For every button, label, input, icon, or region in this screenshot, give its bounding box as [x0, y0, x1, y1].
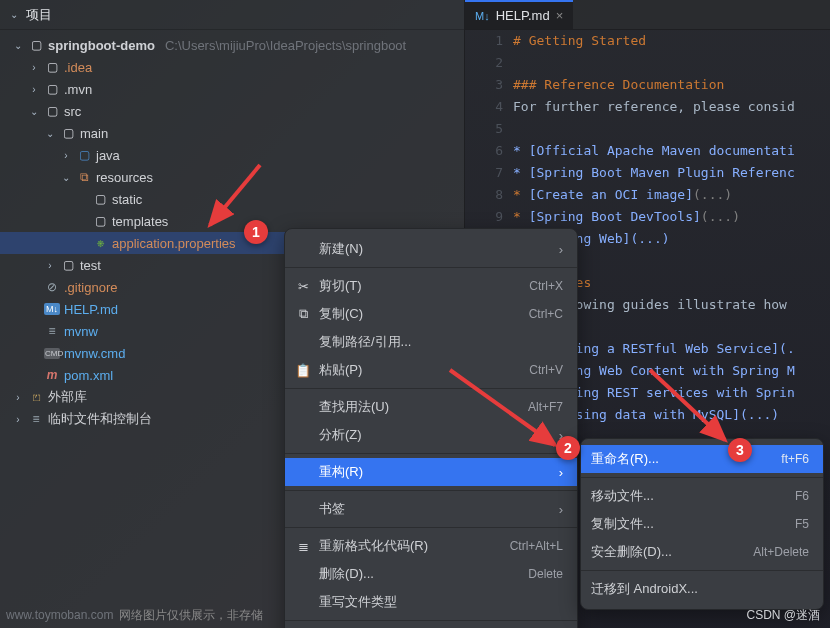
folder-icon: ▢ [92, 214, 108, 228]
watermark-right: CSDN @迷酒 [746, 607, 820, 624]
context-menu: 新建(N)› ✂剪切(T)Ctrl+X ⧉复制(C)Ctrl+C 复制路径/引用… [284, 228, 578, 628]
tree-node-src[interactable]: ⌄ ▢ src [0, 100, 464, 122]
project-panel-header[interactable]: ⌄ 项目 [0, 0, 464, 30]
editor-tab-help[interactable]: M↓ HELP.md × [465, 0, 573, 29]
refactor-submenu: 重命名(R)...ft+F6 移动文件...F6 复制文件...F5 安全删除(… [580, 438, 824, 610]
chevron-right-icon: › [559, 242, 563, 257]
markdown-icon: M↓ [475, 10, 490, 22]
source-folder-icon: ▢ [76, 148, 92, 162]
menu-refactor[interactable]: 重构(R)› [285, 458, 577, 486]
submenu-safe-delete[interactable]: 安全删除(D)...Alt+Delete [581, 538, 823, 566]
panel-title: 项目 [26, 6, 52, 24]
tree-node-idea[interactable]: › ▢ .idea [0, 56, 464, 78]
menu-find-usages[interactable]: 查找用法(U)Alt+F7 [285, 393, 577, 421]
menu-analyze[interactable]: 分析(Z)› [285, 421, 577, 449]
submenu-copy[interactable]: 复制文件...F5 [581, 510, 823, 538]
tree-node-resources[interactable]: ⌄ ⧉ resources [0, 166, 464, 188]
tree-node-mvn[interactable]: › ▢ .mvn [0, 78, 464, 100]
tree-node-static[interactable]: › ▢ static [0, 188, 464, 210]
submenu-rename[interactable]: 重命名(R)...ft+F6 [581, 445, 823, 473]
annotation-badge-3: 3 [728, 438, 752, 462]
submenu-move[interactable]: 移动文件...F6 [581, 482, 823, 510]
chevron-right-icon: › [559, 465, 563, 480]
menu-delete[interactable]: 删除(D)...Delete [285, 560, 577, 588]
scissors-icon: ✂ [295, 279, 311, 294]
folder-icon: ▢ [60, 126, 76, 140]
folder-icon: ▢ [44, 82, 60, 96]
folder-icon: ▢ [44, 60, 60, 74]
maven-icon: m [44, 368, 60, 382]
tree-root[interactable]: ⌄ ▢ springboot-demo C:\Users\mijiuPro\Id… [0, 34, 464, 56]
annotation-badge-2: 2 [556, 436, 580, 460]
editor-tabs: M↓ HELP.md × [465, 0, 830, 30]
menu-reformat[interactable]: ≣重新格式化代码(R)Ctrl+Alt+L [285, 532, 577, 560]
library-icon: ⏍ [28, 390, 44, 404]
folder-icon: ▢ [60, 258, 76, 272]
folder-icon: ▢ [28, 38, 44, 52]
menu-bookmarks[interactable]: 书签› [285, 495, 577, 523]
tree-node-main[interactable]: ⌄ ▢ main [0, 122, 464, 144]
chevron-right-icon: › [559, 502, 563, 517]
menu-copy[interactable]: ⧉复制(C)Ctrl+C [285, 300, 577, 328]
watermark-left: www.toymoban.com网络图片仅供展示，非存储 [6, 607, 263, 624]
annotation-badge-1: 1 [244, 220, 268, 244]
clipboard-icon: 📋 [295, 363, 311, 378]
submenu-migrate-androidx[interactable]: 迁移到 AndroidX... [581, 575, 823, 603]
resources-folder-icon: ⧉ [76, 170, 92, 184]
folder-icon: ▢ [92, 192, 108, 206]
menu-copy-path[interactable]: 复制路径/引用... [285, 328, 577, 356]
copy-icon: ⧉ [295, 306, 311, 322]
spring-icon: ⎈ [92, 236, 108, 250]
reformat-icon: ≣ [295, 539, 311, 554]
folder-icon: ▢ [44, 104, 60, 118]
ignore-icon: ⊘ [44, 280, 60, 294]
markdown-icon: M↓ [44, 303, 60, 315]
tree-node-java[interactable]: › ▢ java [0, 144, 464, 166]
menu-override-filetype[interactable]: 重写文件类型 [285, 588, 577, 616]
menu-paste[interactable]: 📋粘贴(P)Ctrl+V [285, 356, 577, 384]
menu-cut[interactable]: ✂剪切(T)Ctrl+X [285, 272, 577, 300]
close-icon[interactable]: × [556, 8, 564, 23]
file-icon: ≡ [44, 324, 60, 338]
expand-icon: ⌄ [8, 9, 20, 20]
cmd-icon: CMD [44, 348, 60, 359]
menu-new[interactable]: 新建(N)› [285, 235, 577, 263]
scratch-icon: ≡ [28, 412, 44, 426]
